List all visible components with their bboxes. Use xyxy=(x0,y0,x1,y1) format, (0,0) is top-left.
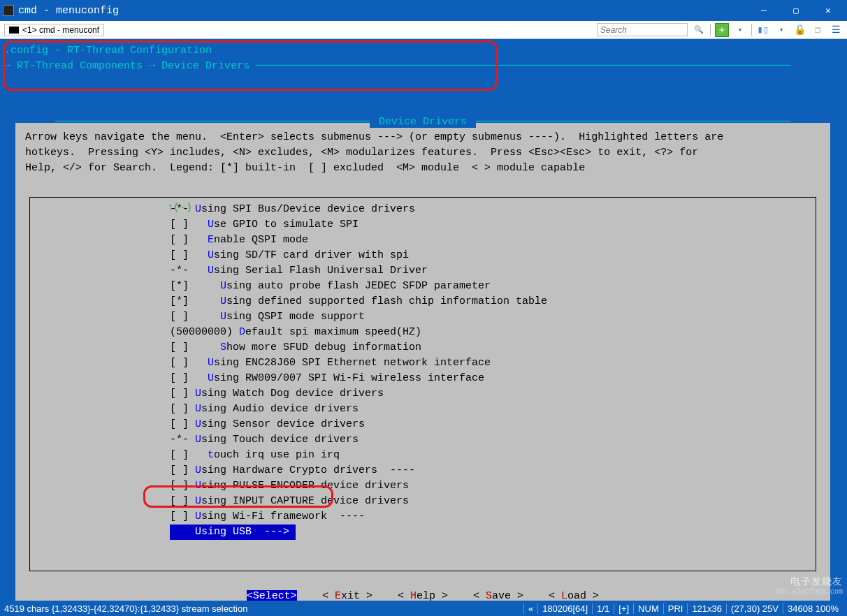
app-icon xyxy=(3,5,14,16)
separator xyxy=(710,24,711,36)
status-bar: 4519 chars {1,32433}-{42,32470}:{1,32433… xyxy=(0,601,847,616)
menu-item[interactable]: -*- Using Touch device drivers xyxy=(30,432,816,448)
menu-item[interactable]: [*] Using defined supported flash chip i… xyxy=(30,294,816,309)
dropdown-button[interactable]: ▾ xyxy=(733,23,747,37)
search-button[interactable]: 🔍 xyxy=(692,23,706,37)
minimize-button[interactable]: ─ xyxy=(748,0,780,21)
separator xyxy=(751,24,752,36)
new-tab-button[interactable]: ＋ xyxy=(715,23,729,37)
menu-item[interactable]: [ ] Show more SFUD debug information xyxy=(30,340,816,355)
lock-icon[interactable]: 🔒 xyxy=(792,23,806,37)
close-button[interactable]: ✕ xyxy=(812,0,844,21)
menu-item[interactable]: -*- Using SPI Bus/Device device drivers xyxy=(30,202,816,217)
menu-item[interactable]: [ ] Using PULSE ENCODER device drivers xyxy=(30,478,816,494)
status-left: 4519 chars {1,32433}-{42,32470}:{1,32433… xyxy=(4,603,523,614)
menu-item[interactable]: [ ] touch irq use pin irq xyxy=(30,448,816,463)
status-seg: (27,30) 25V xyxy=(726,603,783,614)
menu-item[interactable]: [ ] Using QSPI mode support xyxy=(30,309,816,325)
menu-item[interactable]: [ ] Using Watch Dog device drivers xyxy=(30,386,816,402)
menu-item-selected[interactable]: Using USB ---> xyxy=(30,525,816,540)
menu-item[interactable]: [ ] Enable QSPI mode xyxy=(30,233,816,248)
maximize-button[interactable]: ▢ xyxy=(780,0,812,21)
menu-item[interactable]: [ ] Using ENC28J60 SPI Ethernet network … xyxy=(30,355,816,371)
terminal-tab[interactable]: <1> cmd - menuconf xyxy=(4,24,104,36)
search-input[interactable] xyxy=(597,23,688,36)
menu-item[interactable]: [ ] Using INPUT CAPTURE device drivers xyxy=(30,494,816,509)
menu-item[interactable]: [ ] Using Hardware Crypto drivers ---- xyxy=(30,463,816,478)
status-seg: « xyxy=(523,603,537,614)
split-horizontal-button[interactable]: ▮▯ xyxy=(756,23,770,37)
menu-item[interactable]: [ ] Using SD/TF card driver with spi xyxy=(30,248,816,263)
status-seg: 180206[64] xyxy=(537,603,592,614)
window-titlebar: cmd - menuconfig ─ ▢ ✕ xyxy=(0,0,847,21)
status-seg: 34608 100% xyxy=(783,603,843,614)
menu-item[interactable]: (50000000) Default spi maximum speed(HZ) xyxy=(30,325,816,340)
breadcrumb-config: .config - RT-Thread Configuration xyxy=(0,43,847,59)
menu-item[interactable]: [ ] Using Audio device drivers xyxy=(30,402,816,417)
menu-item[interactable]: -*- Using Serial Flash Universal Driver xyxy=(30,263,816,279)
toolbar: <1> cmd - menuconf 🔍 ＋ ▾ ▮▯ ▾ 🔒 ❐ ☰ xyxy=(0,21,847,39)
panel-title: ────────────────────────────────────────… xyxy=(15,116,830,128)
menu-icon[interactable]: ☰ xyxy=(829,23,843,37)
status-seg: 121x36 xyxy=(687,603,726,614)
menuconfig-panel: ────────────────────────────────────────… xyxy=(15,123,830,615)
menu-item[interactable]: [ ] Use GPIO to simulate SPI xyxy=(30,217,816,233)
status-seg: [+] xyxy=(614,603,633,614)
split-dropdown[interactable]: ▾ xyxy=(774,23,788,37)
terminal-icon xyxy=(9,27,19,34)
menu-item[interactable]: [ ] Using Sensor device drivers xyxy=(30,417,816,432)
status-seg: 1/1 xyxy=(592,603,614,614)
breadcrumb-path: → RT-Thread Components → Device Drivers … xyxy=(0,59,847,74)
menu-item[interactable]: [*] Using auto probe flash JEDEC SFDP pa… xyxy=(30,279,816,294)
menu-list[interactable]: ↑(-) -*- Using SPI Bus/Device device dri… xyxy=(29,197,816,571)
help-text: Arrow keys navigate the menu. <Enter> se… xyxy=(15,123,830,179)
window-title: cmd - menuconfig xyxy=(18,5,119,17)
terminal-viewport: .config - RT-Thread Configuration → RT-T… xyxy=(0,39,847,595)
copy-button[interactable]: ❐ xyxy=(811,23,825,37)
menu-item[interactable]: [ ] Using RW009/007 SPI Wi-Fi wireless i… xyxy=(30,371,816,386)
status-seg: PRI xyxy=(663,603,688,614)
status-seg: NUM xyxy=(633,603,663,614)
menu-item[interactable]: [ ] Using Wi-Fi framework ---- xyxy=(30,509,816,525)
tab-label: <1> cmd - menuconf xyxy=(22,25,99,35)
